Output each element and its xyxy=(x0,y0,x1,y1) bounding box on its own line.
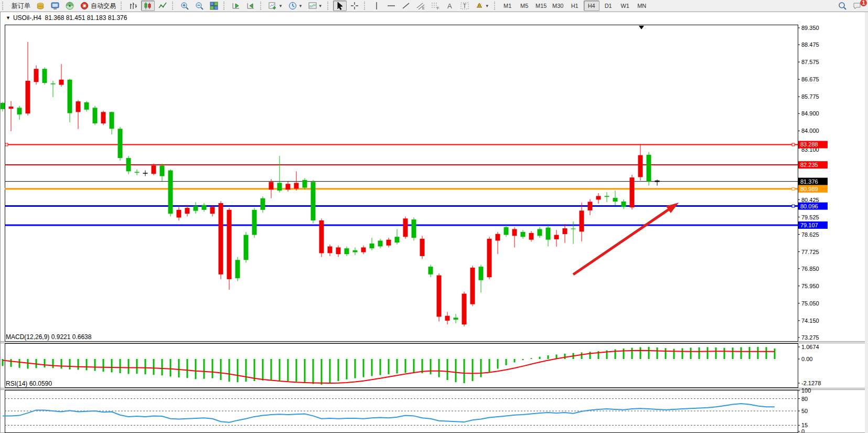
toolbar-grip xyxy=(260,2,264,10)
chat-button[interactable]: 1 xyxy=(850,1,864,11)
price-axis-tick: 78.625 xyxy=(801,231,819,238)
timeframe-m5-button[interactable]: M5 xyxy=(517,1,532,11)
period-clock-icon[interactable]: ▼ xyxy=(286,1,305,11)
main-price-pane xyxy=(5,25,798,342)
toolbar-grip xyxy=(172,2,176,10)
text-label-icon[interactable]: T xyxy=(458,1,471,11)
gold-stack-icon[interactable] xyxy=(34,1,47,11)
timeframe-d1-button[interactable]: D1 xyxy=(601,1,616,11)
crosshair-icon[interactable] xyxy=(348,1,361,11)
new-order-label: 新订单 xyxy=(12,2,30,10)
hline-icon[interactable] xyxy=(384,1,398,11)
timeframe-m15-button[interactable]: M15 xyxy=(533,1,549,11)
toolbar-grip xyxy=(2,2,6,10)
search-button[interactable] xyxy=(835,1,849,11)
price-axis-tick: 89.350 xyxy=(801,25,819,31)
signals-icon[interactable] xyxy=(63,1,77,11)
chart-window: 89.35088.47587.57586.67585.77584.90084.0… xyxy=(0,12,868,433)
notification-badge: 1 xyxy=(860,0,867,6)
toolbar-grip xyxy=(223,2,227,10)
line-handle xyxy=(792,205,795,207)
svg-text:F: F xyxy=(437,6,439,10)
bar-chart-icon[interactable] xyxy=(126,1,140,11)
rsi-axis-tick: 0 xyxy=(801,428,805,433)
price-axis-tick: 84.900 xyxy=(801,110,819,117)
timeframe-w1-button[interactable]: W1 xyxy=(617,1,633,11)
macd-axis-tick: -2.1278 xyxy=(801,380,821,386)
price-axis-tick: 75.050 xyxy=(801,300,819,307)
tile-windows-icon[interactable] xyxy=(207,1,221,11)
text-icon[interactable]: A xyxy=(443,1,457,11)
price-axis-tick: 88.475 xyxy=(801,41,819,48)
line-handle xyxy=(792,143,795,146)
one-click-trading-arrow[interactable]: ▼ xyxy=(6,15,10,20)
price-axis-tick: 85.775 xyxy=(801,93,819,100)
symbol-ohlc-line[interactable]: ▼USOil-,H4 81.368 81.451 81.183 81.376 xyxy=(6,14,127,22)
price-badge-text: 83.288 xyxy=(800,141,818,147)
svg-text:T: T xyxy=(463,3,466,9)
line-handle xyxy=(5,143,8,146)
toolbar-grip xyxy=(494,2,498,10)
timeframe-mn-button[interactable]: MN xyxy=(634,1,650,11)
chart-canvas[interactable]: 89.35088.47587.57586.67585.77584.90084.0… xyxy=(1,12,868,433)
price-axis-tick: 86.675 xyxy=(801,76,819,82)
new-order-button[interactable]: 新订单 xyxy=(8,1,33,11)
price-badge-text: 79.107 xyxy=(800,222,818,228)
rsi-axis-tick: 100 xyxy=(801,387,811,394)
rsi-pane xyxy=(5,390,798,433)
toolbar-grip xyxy=(327,2,331,10)
dropdown-arrow-icon[interactable]: ▼ xyxy=(298,4,303,8)
dropdown-arrow-icon[interactable]: ▼ xyxy=(278,4,283,8)
trendline-icon[interactable] xyxy=(399,1,413,11)
template-icon[interactable]: ▼ xyxy=(306,1,325,11)
new-chart-icon[interactable]: ▼ xyxy=(266,1,285,11)
price-badge-text: 80.096 xyxy=(800,203,818,209)
line-chart-icon[interactable] xyxy=(156,1,169,11)
price-axis-tick: 87.575 xyxy=(801,59,819,65)
rsi-axis-tick: 15 xyxy=(801,422,808,428)
vline-icon[interactable] xyxy=(370,1,383,11)
timeframe-h4-button[interactable]: H4 xyxy=(584,1,599,11)
price-badge-text: 82.235 xyxy=(800,162,818,168)
macd-axis-tick: 0.00 xyxy=(801,356,812,362)
macd-axis-tick: 1.0674 xyxy=(801,344,819,350)
rsi-indicator-label: RSI(14) 60.0590 xyxy=(6,380,52,387)
chart-svg[interactable]: 89.35088.47587.57586.67585.77584.90084.0… xyxy=(1,12,868,433)
price-axis-tick: 77.725 xyxy=(801,249,819,255)
fibo-icon[interactable]: F xyxy=(428,1,442,11)
svg-text:A: A xyxy=(447,2,452,10)
toolbar-grip xyxy=(121,2,124,10)
timeframe-m1-button[interactable]: M1 xyxy=(500,1,516,11)
timeframe-m30-button[interactable]: M30 xyxy=(550,1,566,11)
macd-indicator-label: MACD(12,26,9) 0.9221 0.6638 xyxy=(6,333,91,341)
main-toolbar: 新订单自动交易▼▼▼EFAT▼M1M5M15M30H1H4D1W1MN1 xyxy=(0,0,868,12)
line-handle xyxy=(792,187,795,190)
price-axis-tick: 84.000 xyxy=(801,128,819,134)
chart-shift-icon[interactable] xyxy=(244,1,258,11)
price-badge-text: 81.376 xyxy=(800,178,818,185)
arrows-icon[interactable]: ▼ xyxy=(473,1,491,11)
autotrade-button[interactable]: 自动交易 xyxy=(78,1,118,11)
zoom-out-icon[interactable] xyxy=(192,1,206,11)
timeframe-h1-button[interactable]: H1 xyxy=(567,1,583,11)
toolbar-grip xyxy=(364,2,368,10)
candlestick-chart-icon[interactable] xyxy=(141,1,155,11)
symbol-ohlc-text: USOil-,H4 81.368 81.451 81.183 81.376 xyxy=(13,14,127,22)
price-axis-tick: 79.525 xyxy=(801,214,819,220)
rsi-axis-tick: 50 xyxy=(801,408,808,414)
trading-platform-window: 新订单自动交易▼▼▼EFAT▼M1M5M15M30H1H4D1W1MN1 89.… xyxy=(0,0,868,433)
rsi-axis-tick: 80 xyxy=(801,396,808,402)
channel-icon[interactable]: E xyxy=(414,1,427,11)
price-badge-text: 80.989 xyxy=(800,186,818,192)
macd-pane xyxy=(5,344,798,388)
price-axis-tick: 74.150 xyxy=(801,318,819,324)
price-axis-tick: 76.850 xyxy=(801,266,819,272)
cursor-icon[interactable] xyxy=(333,1,347,11)
autotrade-label: 自动交易 xyxy=(91,2,116,10)
auto-scroll-icon[interactable] xyxy=(229,1,243,11)
zoom-in-icon[interactable] xyxy=(178,1,191,11)
terminal-icon[interactable] xyxy=(48,1,62,11)
dropdown-arrow-icon[interactable]: ▼ xyxy=(318,4,323,8)
price-axis-tick: 80.425 xyxy=(801,197,819,203)
dropdown-arrow-icon[interactable]: ▼ xyxy=(485,4,489,8)
